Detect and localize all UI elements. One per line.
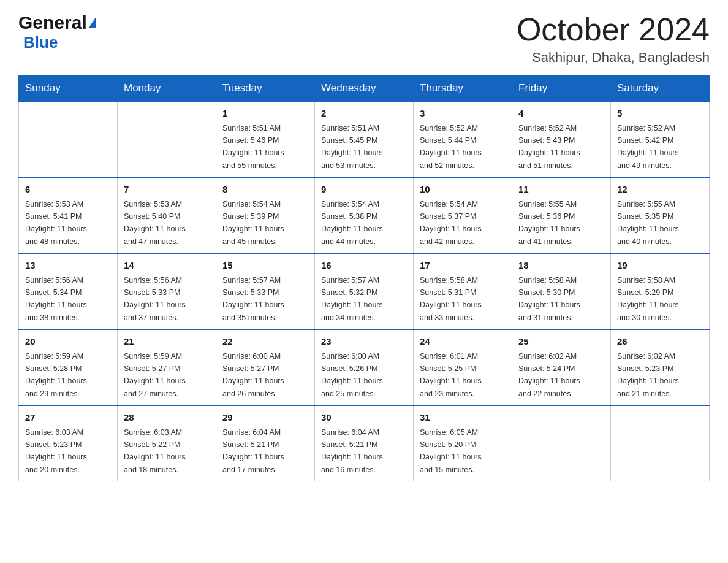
day-info: Sunrise: 5:57 AMSunset: 5:33 PMDaylight:… bbox=[222, 276, 284, 322]
day-number: 31 bbox=[420, 411, 506, 425]
calendar-cell: 2Sunrise: 5:51 AMSunset: 5:45 PMDaylight… bbox=[315, 101, 414, 177]
day-number: 11 bbox=[518, 183, 604, 197]
day-number: 14 bbox=[124, 259, 210, 273]
logo: General Blue bbox=[18, 12, 96, 52]
calendar-cell: 31Sunrise: 6:05 AMSunset: 5:20 PMDayligh… bbox=[414, 405, 512, 481]
day-number: 28 bbox=[124, 411, 210, 425]
calendar-cell: 14Sunrise: 5:56 AMSunset: 5:33 PMDayligh… bbox=[118, 253, 216, 329]
day-number: 4 bbox=[518, 107, 604, 121]
day-number: 15 bbox=[222, 259, 308, 273]
day-info: Sunrise: 6:03 AMSunset: 5:23 PMDaylight:… bbox=[25, 428, 87, 474]
day-number: 17 bbox=[420, 259, 506, 273]
calendar-cell: 21Sunrise: 5:59 AMSunset: 5:27 PMDayligh… bbox=[118, 329, 216, 405]
day-number: 9 bbox=[321, 183, 407, 197]
day-info: Sunrise: 5:58 AMSunset: 5:30 PMDaylight:… bbox=[518, 276, 580, 322]
week-row-5: 27Sunrise: 6:03 AMSunset: 5:23 PMDayligh… bbox=[19, 405, 710, 481]
day-number: 12 bbox=[617, 183, 703, 197]
day-number: 29 bbox=[222, 411, 308, 425]
week-row-2: 6Sunrise: 5:53 AMSunset: 5:41 PMDaylight… bbox=[19, 177, 710, 253]
day-info: Sunrise: 5:59 AMSunset: 5:28 PMDaylight:… bbox=[25, 352, 87, 398]
day-number: 1 bbox=[222, 107, 308, 121]
day-info: Sunrise: 5:52 AMSunset: 5:43 PMDaylight:… bbox=[518, 124, 580, 170]
calendar-cell: 28Sunrise: 6:03 AMSunset: 5:22 PMDayligh… bbox=[118, 405, 216, 481]
logo-general-text: General bbox=[18, 12, 87, 33]
calendar-cell: 8Sunrise: 5:54 AMSunset: 5:39 PMDaylight… bbox=[216, 177, 315, 253]
day-info: Sunrise: 5:55 AMSunset: 5:36 PMDaylight:… bbox=[518, 200, 580, 246]
calendar-cell: 26Sunrise: 6:02 AMSunset: 5:23 PMDayligh… bbox=[611, 329, 710, 405]
calendar-cell: 9Sunrise: 5:54 AMSunset: 5:38 PMDaylight… bbox=[315, 177, 414, 253]
week-row-1: 1Sunrise: 5:51 AMSunset: 5:46 PMDaylight… bbox=[19, 101, 710, 177]
calendar-cell: 1Sunrise: 5:51 AMSunset: 5:46 PMDaylight… bbox=[216, 101, 315, 177]
day-info: Sunrise: 5:56 AMSunset: 5:34 PMDaylight:… bbox=[25, 276, 87, 322]
calendar-cell: 19Sunrise: 5:58 AMSunset: 5:29 PMDayligh… bbox=[611, 253, 710, 329]
calendar-cell: 11Sunrise: 5:55 AMSunset: 5:36 PMDayligh… bbox=[512, 177, 611, 253]
calendar-cell: 4Sunrise: 5:52 AMSunset: 5:43 PMDaylight… bbox=[512, 101, 611, 177]
calendar-cell bbox=[118, 101, 216, 177]
weekday-header-monday: Monday bbox=[118, 76, 216, 102]
weekday-header-friday: Friday bbox=[512, 76, 611, 102]
calendar-cell: 25Sunrise: 6:02 AMSunset: 5:24 PMDayligh… bbox=[512, 329, 611, 405]
day-info: Sunrise: 5:52 AMSunset: 5:44 PMDaylight:… bbox=[420, 124, 482, 170]
day-number: 20 bbox=[25, 335, 111, 349]
calendar-cell bbox=[512, 405, 611, 481]
calendar-table: SundayMondayTuesdayWednesdayThursdayFrid… bbox=[18, 75, 710, 481]
day-number: 26 bbox=[617, 335, 703, 349]
calendar-cell: 20Sunrise: 5:59 AMSunset: 5:28 PMDayligh… bbox=[19, 329, 118, 405]
calendar-cell: 17Sunrise: 5:58 AMSunset: 5:31 PMDayligh… bbox=[414, 253, 512, 329]
logo-blue-text: Blue bbox=[23, 33, 96, 52]
day-number: 30 bbox=[321, 411, 407, 425]
day-info: Sunrise: 5:57 AMSunset: 5:32 PMDaylight:… bbox=[321, 276, 383, 322]
month-title: October 2024 bbox=[517, 12, 710, 47]
logo-triangle-icon bbox=[89, 17, 96, 28]
day-number: 27 bbox=[25, 411, 111, 425]
day-number: 13 bbox=[25, 259, 111, 273]
day-info: Sunrise: 5:56 AMSunset: 5:33 PMDaylight:… bbox=[124, 276, 186, 322]
day-info: Sunrise: 5:53 AMSunset: 5:40 PMDaylight:… bbox=[124, 200, 186, 246]
day-number: 19 bbox=[617, 259, 703, 273]
calendar-cell: 22Sunrise: 6:00 AMSunset: 5:27 PMDayligh… bbox=[216, 329, 315, 405]
calendar-cell: 30Sunrise: 6:04 AMSunset: 5:21 PMDayligh… bbox=[315, 405, 414, 481]
calendar-cell: 7Sunrise: 5:53 AMSunset: 5:40 PMDaylight… bbox=[118, 177, 216, 253]
calendar-cell: 5Sunrise: 5:52 AMSunset: 5:42 PMDaylight… bbox=[611, 101, 710, 177]
day-number: 24 bbox=[420, 335, 506, 349]
day-info: Sunrise: 5:54 AMSunset: 5:39 PMDaylight:… bbox=[222, 200, 284, 246]
week-row-3: 13Sunrise: 5:56 AMSunset: 5:34 PMDayligh… bbox=[19, 253, 710, 329]
day-number: 10 bbox=[420, 183, 506, 197]
day-info: Sunrise: 5:54 AMSunset: 5:38 PMDaylight:… bbox=[321, 200, 383, 246]
page-header: General Blue October 2024 Sakhipur, Dhak… bbox=[18, 12, 710, 66]
calendar-cell bbox=[19, 101, 118, 177]
day-info: Sunrise: 6:02 AMSunset: 5:24 PMDaylight:… bbox=[518, 352, 580, 398]
calendar-cell: 3Sunrise: 5:52 AMSunset: 5:44 PMDaylight… bbox=[414, 101, 512, 177]
day-number: 6 bbox=[25, 183, 111, 197]
day-number: 21 bbox=[124, 335, 210, 349]
day-info: Sunrise: 5:58 AMSunset: 5:31 PMDaylight:… bbox=[420, 276, 482, 322]
day-info: Sunrise: 5:58 AMSunset: 5:29 PMDaylight:… bbox=[617, 276, 679, 322]
day-number: 5 bbox=[617, 107, 703, 121]
day-number: 18 bbox=[518, 259, 604, 273]
day-info: Sunrise: 6:00 AMSunset: 5:27 PMDaylight:… bbox=[222, 352, 284, 398]
day-info: Sunrise: 5:51 AMSunset: 5:46 PMDaylight:… bbox=[222, 124, 284, 170]
day-info: Sunrise: 6:02 AMSunset: 5:23 PMDaylight:… bbox=[617, 352, 679, 398]
calendar-cell: 23Sunrise: 6:00 AMSunset: 5:26 PMDayligh… bbox=[315, 329, 414, 405]
calendar-cell: 24Sunrise: 6:01 AMSunset: 5:25 PMDayligh… bbox=[414, 329, 512, 405]
day-number: 8 bbox=[222, 183, 308, 197]
day-info: Sunrise: 6:01 AMSunset: 5:25 PMDaylight:… bbox=[420, 352, 482, 398]
location: Sakhipur, Dhaka, Bangladesh bbox=[517, 50, 710, 66]
logo-line1: General bbox=[18, 12, 96, 33]
weekday-header-sunday: Sunday bbox=[19, 76, 118, 102]
day-info: Sunrise: 6:04 AMSunset: 5:21 PMDaylight:… bbox=[321, 428, 383, 474]
calendar-cell: 10Sunrise: 5:54 AMSunset: 5:37 PMDayligh… bbox=[414, 177, 512, 253]
calendar-cell: 12Sunrise: 5:55 AMSunset: 5:35 PMDayligh… bbox=[611, 177, 710, 253]
day-info: Sunrise: 5:51 AMSunset: 5:45 PMDaylight:… bbox=[321, 124, 383, 170]
calendar-cell: 6Sunrise: 5:53 AMSunset: 5:41 PMDaylight… bbox=[19, 177, 118, 253]
calendar-cell: 18Sunrise: 5:58 AMSunset: 5:30 PMDayligh… bbox=[512, 253, 611, 329]
day-info: Sunrise: 5:53 AMSunset: 5:41 PMDaylight:… bbox=[25, 200, 87, 246]
calendar-cell: 27Sunrise: 6:03 AMSunset: 5:23 PMDayligh… bbox=[19, 405, 118, 481]
calendar-cell: 13Sunrise: 5:56 AMSunset: 5:34 PMDayligh… bbox=[19, 253, 118, 329]
day-number: 25 bbox=[518, 335, 604, 349]
day-number: 7 bbox=[124, 183, 210, 197]
day-info: Sunrise: 6:04 AMSunset: 5:21 PMDaylight:… bbox=[222, 428, 284, 474]
week-row-4: 20Sunrise: 5:59 AMSunset: 5:28 PMDayligh… bbox=[19, 329, 710, 405]
day-info: Sunrise: 5:55 AMSunset: 5:35 PMDaylight:… bbox=[617, 200, 679, 246]
title-block: October 2024 Sakhipur, Dhaka, Bangladesh bbox=[517, 12, 710, 66]
